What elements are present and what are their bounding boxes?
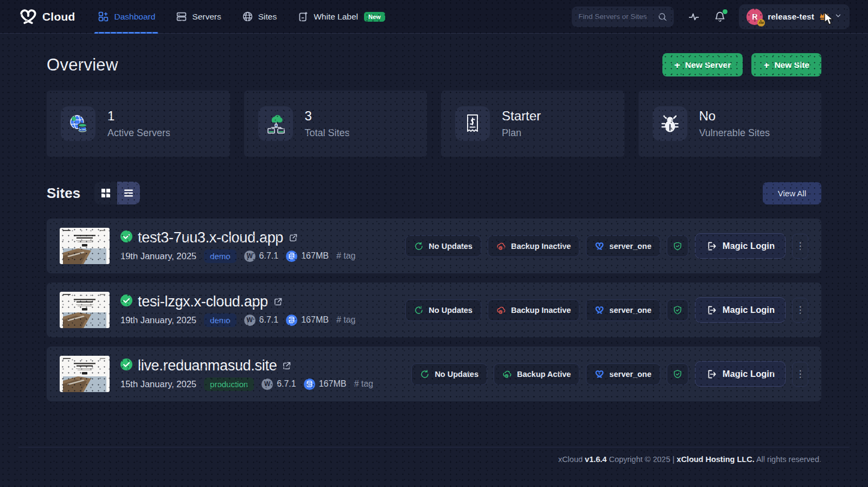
updates-chip[interactable]: No Updates (405, 235, 481, 257)
site-name[interactable]: test3-7uu3.x-cloud.app (138, 229, 283, 246)
cloud-network-icon (258, 106, 293, 141)
environment-badge: demo (204, 313, 237, 327)
sites-section-title: Sites (47, 185, 80, 202)
site-size-value: 167MB (319, 379, 347, 389)
xcloud-logo-icon (18, 8, 38, 25)
stat-label: Active Servers (107, 127, 170, 139)
external-link-icon[interactable] (282, 361, 291, 370)
external-link-icon[interactable] (289, 233, 298, 242)
backup-chip[interactable]: Backup Inactive (488, 235, 579, 257)
site-row: tesi-lzgx.x-cloud.app 19th January, 2025… (47, 283, 821, 337)
updates-label: No Updates (429, 242, 473, 251)
footer-brand: xCloud (558, 455, 583, 464)
notifications-bell-icon[interactable] (714, 11, 726, 23)
search-icon[interactable] (658, 12, 667, 22)
list-view-icon (124, 188, 133, 198)
nav-item-white-label[interactable]: White Label New (297, 0, 385, 34)
magic-login-button[interactable]: Magic Login (695, 361, 786, 387)
magic-login-label: Magic Login (723, 369, 775, 379)
footer-copyright: Copyright © 2025 | (609, 455, 674, 464)
security-shield-button[interactable] (667, 235, 688, 257)
site-size: 167MB (286, 251, 329, 262)
stat-label: Total Sites (305, 127, 350, 139)
nav-item-sites[interactable]: Sites (242, 0, 277, 34)
site-tag: # tag (354, 379, 373, 389)
magic-login-icon (706, 305, 717, 316)
stat-card-total-sites: 3 Total Sites (244, 91, 427, 157)
list-view-button[interactable] (117, 182, 140, 204)
wp-version: W 6.7.1 (244, 251, 279, 262)
chevron-down-icon (834, 12, 842, 22)
stat-card-plan: Starter Plan (441, 91, 624, 157)
nav-item-servers[interactable]: Servers (176, 0, 221, 34)
stat-value: 3 (305, 108, 350, 124)
avatar: R AM (746, 9, 763, 25)
server-logo-icon (595, 241, 604, 251)
user-menu[interactable]: R AM release-test (739, 4, 850, 29)
security-shield-button[interactable] (667, 363, 688, 385)
avatar-initial: R (752, 12, 757, 21)
site-thumbnail[interactable] (60, 356, 110, 392)
backup-cloud-icon (496, 241, 506, 251)
server-chip[interactable]: server_one (586, 235, 660, 257)
status-check-icon (120, 294, 132, 309)
activity-icon[interactable] (688, 11, 700, 23)
brand-logo[interactable]: Cloud (18, 8, 75, 25)
updates-label: No Updates (435, 370, 478, 379)
security-shield-button[interactable] (667, 299, 688, 321)
site-name[interactable]: tesi-lzgx.x-cloud.app (138, 293, 268, 310)
brand-name: Cloud (42, 10, 75, 23)
bug-icon (653, 106, 687, 141)
nav-item-label: White Label (314, 12, 358, 22)
row-menu-kebab[interactable]: ⋮ (792, 298, 808, 323)
nav-right: R AM release-test (572, 4, 850, 29)
stat-value: 1 (107, 108, 170, 124)
plus-icon: + (763, 60, 769, 70)
status-check-icon (120, 358, 132, 373)
site-tag: # tag (336, 315, 356, 325)
globe-icon (242, 11, 253, 22)
backup-chip[interactable]: Backup Inactive (488, 299, 579, 321)
shield-check-icon (673, 305, 682, 315)
magic-login-button[interactable]: Magic Login (695, 297, 786, 323)
site-name[interactable]: live.reduanmasud.site (138, 357, 277, 374)
stats-cards: 1 Active Servers 3 Total Sites (47, 91, 821, 157)
new-site-label: New Site (774, 60, 809, 70)
page-title: Overview (47, 55, 118, 75)
site-size: 167MB (286, 315, 329, 326)
magic-login-button[interactable]: Magic Login (695, 233, 786, 259)
search-box[interactable] (572, 7, 674, 27)
site-thumbnail[interactable] (60, 292, 110, 328)
backup-chip[interactable]: Backup Active (494, 363, 579, 385)
updates-refresh-icon (414, 241, 424, 251)
stat-label: Plan (502, 127, 541, 139)
nav-item-label: Servers (192, 12, 221, 22)
wp-version: W 6.7.1 (261, 379, 296, 390)
site-thumbnail[interactable] (60, 228, 110, 264)
view-toggle (94, 182, 140, 204)
new-site-button[interactable]: + New Site (751, 53, 821, 76)
server-chip[interactable]: server_one (586, 299, 660, 321)
nav-item-dashboard[interactable]: Dashboard (98, 0, 155, 34)
avatar-badge: AM (757, 19, 765, 27)
updates-chip[interactable]: No Updates (405, 299, 481, 321)
grid-view-button[interactable] (94, 182, 117, 204)
site-row: test3-7uu3.x-cloud.app 19th January, 202… (47, 219, 821, 273)
stat-card-active-servers: 1 Active Servers (47, 91, 230, 157)
status-check-icon (120, 230, 132, 245)
site-tag: # tag (336, 251, 356, 261)
updates-chip[interactable]: No Updates (411, 363, 487, 385)
magic-login-icon (706, 369, 717, 380)
database-icon (286, 315, 297, 326)
backup-label: Backup Inactive (511, 242, 571, 251)
view-all-button[interactable]: View All (763, 182, 821, 204)
external-link-icon[interactable] (273, 297, 283, 306)
site-date: 19th January, 2025 (120, 251, 196, 261)
server-chip[interactable]: server_one (586, 363, 660, 385)
notification-dot (723, 9, 727, 14)
row-menu-kebab[interactable]: ⋮ (792, 234, 808, 259)
row-menu-kebab[interactable]: ⋮ (792, 362, 808, 387)
search-input[interactable] (578, 12, 658, 21)
new-server-button[interactable]: + New Server (662, 53, 743, 76)
updates-refresh-icon (414, 305, 424, 315)
